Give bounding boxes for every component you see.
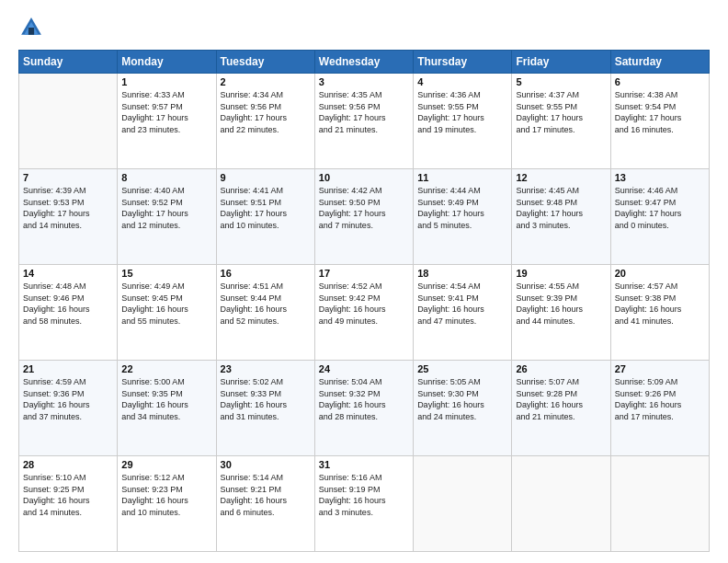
day-cell: 5Sunrise: 4:37 AM Sunset: 9:55 PM Daylig…	[512, 74, 610, 169]
day-info: Sunrise: 5:02 AM Sunset: 9:33 PM Dayligh…	[221, 376, 311, 422]
day-info: Sunrise: 4:46 AM Sunset: 9:47 PM Dayligh…	[615, 185, 705, 231]
day-number: 2	[221, 76, 311, 87]
day-number: 4	[417, 76, 507, 87]
day-info: Sunrise: 4:44 AM Sunset: 9:49 PM Dayligh…	[417, 185, 507, 231]
day-number: 18	[417, 268, 507, 279]
day-number: 6	[615, 76, 705, 87]
day-info: Sunrise: 5:14 AM Sunset: 9:21 PM Dayligh…	[221, 472, 311, 518]
day-info: Sunrise: 4:36 AM Sunset: 9:55 PM Dayligh…	[417, 89, 507, 135]
header-day-wednesday: Wednesday	[314, 51, 413, 74]
day-number: 11	[417, 172, 507, 183]
header-day-monday: Monday	[118, 51, 216, 74]
day-number: 28	[23, 459, 113, 470]
day-number: 16	[221, 268, 311, 279]
day-number: 10	[319, 172, 409, 183]
day-number: 29	[121, 459, 211, 470]
week-row-4: 28Sunrise: 5:10 AM Sunset: 9:25 PM Dayli…	[19, 456, 710, 552]
day-cell: 19Sunrise: 4:55 AM Sunset: 9:39 PM Dayli…	[512, 265, 610, 361]
header-day-thursday: Thursday	[414, 51, 512, 74]
day-number: 8	[121, 172, 211, 183]
day-info: Sunrise: 4:38 AM Sunset: 9:54 PM Dayligh…	[615, 89, 705, 135]
day-cell: 18Sunrise: 4:54 AM Sunset: 9:41 PM Dayli…	[414, 265, 512, 361]
day-info: Sunrise: 4:49 AM Sunset: 9:45 PM Dayligh…	[121, 281, 211, 327]
day-cell: 2Sunrise: 4:34 AM Sunset: 9:56 PM Daylig…	[216, 74, 314, 169]
page: SundayMondayTuesdayWednesdayThursdayFrid…	[0, 0, 728, 563]
day-cell: 27Sunrise: 5:09 AM Sunset: 9:26 PM Dayli…	[610, 361, 709, 456]
day-number: 3	[319, 76, 409, 87]
day-info: Sunrise: 4:37 AM Sunset: 9:55 PM Dayligh…	[516, 89, 606, 135]
day-cell: 26Sunrise: 5:07 AM Sunset: 9:28 PM Dayli…	[512, 361, 610, 456]
day-info: Sunrise: 5:07 AM Sunset: 9:28 PM Dayligh…	[516, 376, 606, 422]
day-cell	[610, 456, 709, 552]
day-info: Sunrise: 5:00 AM Sunset: 9:35 PM Dayligh…	[121, 376, 211, 422]
day-number: 24	[319, 363, 409, 374]
day-info: Sunrise: 4:42 AM Sunset: 9:50 PM Dayligh…	[319, 185, 409, 231]
day-cell: 21Sunrise: 4:59 AM Sunset: 9:36 PM Dayli…	[19, 361, 118, 456]
day-info: Sunrise: 4:52 AM Sunset: 9:42 PM Dayligh…	[319, 281, 409, 327]
day-cell: 28Sunrise: 5:10 AM Sunset: 9:25 PM Dayli…	[19, 456, 118, 552]
day-cell: 29Sunrise: 5:12 AM Sunset: 9:23 PM Dayli…	[118, 456, 216, 552]
day-info: Sunrise: 4:57 AM Sunset: 9:38 PM Dayligh…	[615, 281, 705, 327]
day-info: Sunrise: 4:40 AM Sunset: 9:52 PM Dayligh…	[121, 185, 211, 231]
day-number: 30	[221, 459, 311, 470]
day-cell: 22Sunrise: 5:00 AM Sunset: 9:35 PM Dayli…	[118, 361, 216, 456]
calendar: SundayMondayTuesdayWednesdayThursdayFrid…	[18, 50, 710, 552]
week-row-1: 7Sunrise: 4:39 AM Sunset: 9:53 PM Daylig…	[19, 169, 710, 265]
day-info: Sunrise: 5:09 AM Sunset: 9:26 PM Dayligh…	[615, 376, 705, 422]
day-cell: 30Sunrise: 5:14 AM Sunset: 9:21 PM Dayli…	[216, 456, 314, 552]
day-cell: 8Sunrise: 4:40 AM Sunset: 9:52 PM Daylig…	[118, 169, 216, 265]
day-info: Sunrise: 4:34 AM Sunset: 9:56 PM Dayligh…	[221, 89, 311, 135]
day-info: Sunrise: 4:59 AM Sunset: 9:36 PM Dayligh…	[23, 376, 113, 422]
day-number: 12	[516, 172, 606, 183]
day-number: 26	[516, 363, 606, 374]
day-info: Sunrise: 4:55 AM Sunset: 9:39 PM Dayligh…	[516, 281, 606, 327]
day-cell: 11Sunrise: 4:44 AM Sunset: 9:49 PM Dayli…	[414, 169, 512, 265]
day-info: Sunrise: 4:51 AM Sunset: 9:44 PM Dayligh…	[221, 281, 311, 327]
day-number: 15	[121, 268, 211, 279]
header-row: SundayMondayTuesdayWednesdayThursdayFrid…	[19, 51, 710, 74]
day-cell: 13Sunrise: 4:46 AM Sunset: 9:47 PM Dayli…	[610, 169, 709, 265]
logo-icon	[18, 15, 44, 40]
header-day-saturday: Saturday	[610, 51, 709, 74]
day-cell	[512, 456, 610, 552]
day-number: 21	[23, 363, 113, 374]
day-cell	[19, 74, 118, 169]
day-cell: 4Sunrise: 4:36 AM Sunset: 9:55 PM Daylig…	[414, 74, 512, 169]
day-number: 7	[23, 172, 113, 183]
day-number: 9	[221, 172, 311, 183]
day-info: Sunrise: 5:05 AM Sunset: 9:30 PM Dayligh…	[417, 376, 507, 422]
day-number: 19	[516, 268, 606, 279]
day-number: 22	[121, 363, 211, 374]
day-cell: 7Sunrise: 4:39 AM Sunset: 9:53 PM Daylig…	[19, 169, 118, 265]
day-cell: 12Sunrise: 4:45 AM Sunset: 9:48 PM Dayli…	[512, 169, 610, 265]
week-row-2: 14Sunrise: 4:48 AM Sunset: 9:46 PM Dayli…	[19, 265, 710, 361]
day-info: Sunrise: 4:39 AM Sunset: 9:53 PM Dayligh…	[23, 185, 113, 231]
day-info: Sunrise: 4:33 AM Sunset: 9:57 PM Dayligh…	[121, 89, 211, 135]
day-info: Sunrise: 4:48 AM Sunset: 9:46 PM Dayligh…	[23, 281, 113, 327]
week-row-0: 1Sunrise: 4:33 AM Sunset: 9:57 PM Daylig…	[19, 74, 710, 169]
day-cell: 24Sunrise: 5:04 AM Sunset: 9:32 PM Dayli…	[314, 361, 413, 456]
day-number: 14	[23, 268, 113, 279]
day-cell	[414, 456, 512, 552]
header-day-friday: Friday	[512, 51, 610, 74]
day-number: 1	[121, 76, 211, 87]
day-cell: 17Sunrise: 4:52 AM Sunset: 9:42 PM Dayli…	[314, 265, 413, 361]
day-info: Sunrise: 4:54 AM Sunset: 9:41 PM Dayligh…	[417, 281, 507, 327]
day-info: Sunrise: 5:12 AM Sunset: 9:23 PM Dayligh…	[121, 472, 211, 518]
day-number: 25	[417, 363, 507, 374]
header-day-sunday: Sunday	[19, 51, 118, 74]
day-cell: 14Sunrise: 4:48 AM Sunset: 9:46 PM Dayli…	[19, 265, 118, 361]
day-info: Sunrise: 4:41 AM Sunset: 9:51 PM Dayligh…	[221, 185, 311, 231]
day-cell: 9Sunrise: 4:41 AM Sunset: 9:51 PM Daylig…	[216, 169, 314, 265]
day-cell: 20Sunrise: 4:57 AM Sunset: 9:38 PM Dayli…	[610, 265, 709, 361]
day-cell: 23Sunrise: 5:02 AM Sunset: 9:33 PM Dayli…	[216, 361, 314, 456]
day-info: Sunrise: 5:04 AM Sunset: 9:32 PM Dayligh…	[319, 376, 409, 422]
day-number: 17	[319, 268, 409, 279]
day-number: 20	[615, 268, 705, 279]
day-cell: 10Sunrise: 4:42 AM Sunset: 9:50 PM Dayli…	[314, 169, 413, 265]
header-day-tuesday: Tuesday	[216, 51, 314, 74]
logo	[18, 15, 48, 40]
day-number: 5	[516, 76, 606, 87]
day-cell: 1Sunrise: 4:33 AM Sunset: 9:57 PM Daylig…	[118, 74, 216, 169]
day-cell: 15Sunrise: 4:49 AM Sunset: 9:45 PM Dayli…	[118, 265, 216, 361]
